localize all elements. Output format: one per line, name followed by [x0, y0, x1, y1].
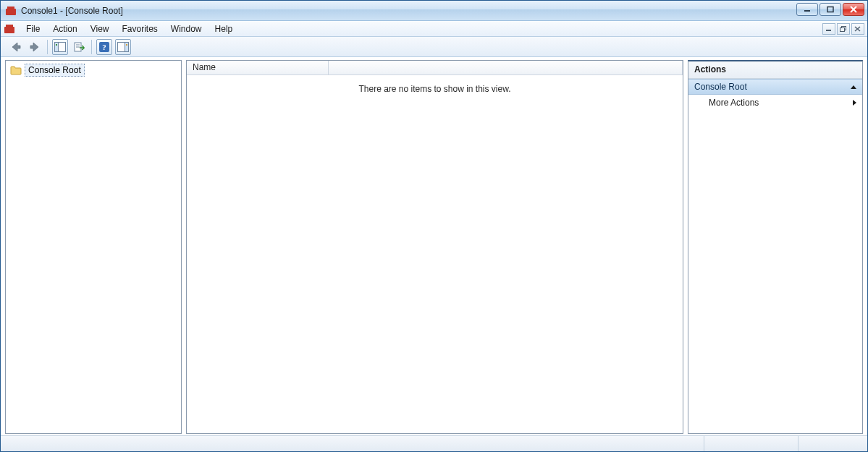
toolbar-show-action-pane-button[interactable] — [115, 39, 131, 55]
export-list-icon — [73, 41, 85, 53]
toolbar-separator — [91, 40, 92, 54]
actions-pane-title: Actions — [688, 61, 862, 79]
svg-rect-16 — [55, 42, 59, 51]
actions-group-header[interactable]: Console Root — [688, 79, 862, 95]
toolbar-show-tree-button[interactable] — [52, 39, 68, 55]
status-cell-2 — [798, 436, 867, 451]
column-header-name[interactable]: Name — [187, 61, 329, 74]
mmc-app-icon — [5, 5, 17, 17]
list-empty-message: There are no items to show in this view. — [187, 75, 683, 94]
mdi-restore-icon — [840, 26, 847, 32]
mdi-minimize-icon — [825, 26, 833, 32]
svg-rect-12 — [840, 28, 845, 32]
mdi-restore-button[interactable] — [837, 23, 850, 35]
toolbar-forward-button[interactable] — [27, 39, 43, 55]
mdi-controls — [821, 23, 864, 35]
help-icon: ? — [98, 41, 110, 53]
menu-action[interactable]: Action — [46, 21, 83, 36]
actions-pane: Actions Console Root More Actions — [688, 60, 863, 434]
mdi-close-icon — [854, 26, 861, 32]
back-arrow-icon — [10, 41, 22, 53]
toolbar-help-button[interactable]: ? — [96, 39, 112, 55]
toolbar-export-list-button[interactable] — [71, 39, 87, 55]
actions-group-label: Console Root — [694, 82, 747, 92]
list-header: Name — [187, 61, 683, 75]
menu-bar: File Action View Favorites Window Help — [1, 21, 867, 37]
svg-rect-4 — [827, 7, 833, 12]
status-cell-1 — [704, 436, 798, 451]
console-tree-icon — [54, 42, 66, 52]
collapse-arrow-icon — [851, 85, 856, 89]
tree-node-label: Console Root — [25, 64, 85, 77]
menu-favorites[interactable]: Favorites — [116, 21, 164, 36]
action-pane-icon — [117, 42, 129, 52]
toolbar: ? — [1, 37, 867, 57]
client-area: Console Root Name There are no items to … — [1, 57, 867, 435]
mdi-close-button[interactable] — [851, 23, 864, 35]
maximize-button[interactable] — [819, 3, 841, 16]
window-title: Console1 - [Console Root] — [21, 6, 123, 16]
title-bar[interactable]: Console1 - [Console Root] — [1, 1, 867, 21]
svg-rect-24 — [125, 42, 129, 51]
tree-node-console-root[interactable]: Console Root — [10, 64, 181, 77]
maximize-icon — [826, 6, 835, 13]
submenu-arrow-icon — [853, 100, 856, 106]
toolbar-back-button[interactable] — [8, 39, 24, 55]
svg-text:?: ? — [102, 43, 106, 51]
close-button[interactable] — [843, 3, 864, 16]
menu-window[interactable]: Window — [164, 21, 208, 36]
close-icon — [849, 6, 858, 13]
menu-help[interactable]: Help — [208, 21, 240, 36]
console-tree-pane[interactable]: Console Root — [5, 60, 182, 434]
svg-rect-25 — [126, 44, 127, 46]
minimize-icon — [803, 6, 812, 13]
folder-icon — [10, 65, 22, 75]
svg-rect-3 — [804, 10, 810, 12]
svg-rect-1 — [7, 7, 14, 9]
mdi-minimize-button[interactable] — [822, 23, 835, 35]
svg-rect-17 — [56, 44, 57, 46]
menu-view[interactable]: View — [84, 21, 116, 36]
forward-arrow-icon — [29, 41, 41, 53]
menu-file[interactable]: File — [20, 21, 46, 36]
status-bar — [1, 435, 867, 451]
minimize-button[interactable] — [796, 3, 818, 16]
svg-rect-0 — [6, 9, 16, 15]
toolbar-separator — [47, 40, 48, 54]
column-header-spacer[interactable] — [329, 61, 683, 74]
actions-item-label: More Actions — [709, 98, 759, 108]
window-controls — [795, 3, 864, 16]
mdi-child-icon[interactable] — [4, 23, 15, 35]
svg-rect-10 — [826, 30, 831, 31]
status-main — [1, 436, 704, 451]
mmc-window: Console1 - [Console Root] File Action — [0, 0, 868, 452]
svg-rect-9 — [6, 28, 9, 30]
svg-rect-7 — [4, 27, 14, 33]
results-list-pane[interactable]: Name There are no items to show in this … — [186, 60, 683, 434]
svg-rect-8 — [6, 25, 13, 27]
svg-rect-2 — [7, 10, 10, 12]
actions-more-actions[interactable]: More Actions — [688, 95, 862, 111]
